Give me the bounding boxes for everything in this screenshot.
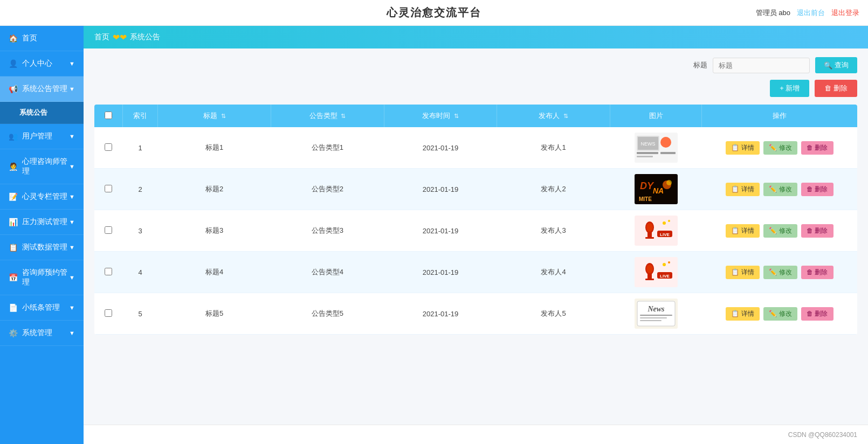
- row-checkbox[interactable]: [105, 185, 112, 192]
- sidebar-item-counselor-appt[interactable]: 📅 咨询师预约管理 ▼: [0, 260, 84, 295]
- header-index: 索引: [122, 105, 158, 127]
- table-row: 2 标题2 公告类型2 2021-01-19 发布人2 DY NA MITE 📋…: [94, 169, 857, 210]
- row-actions: 📋 详情 ✏️ 修改 🗑 删除: [702, 210, 857, 252]
- sidebar-item-label: 系统管理: [22, 328, 52, 338]
- thumbnail: LIVE: [635, 257, 678, 287]
- sort-icon-date[interactable]: ⇅: [454, 113, 459, 119]
- sort-icon-publisher[interactable]: ⇅: [563, 113, 568, 119]
- sidebar-item-label: 咨询师预约管理: [22, 268, 69, 287]
- chevron-down-icon: ▼: [69, 219, 75, 225]
- content-area: 首页 ❤❤ 系统公告 标题 🔍 查询 + 新增 🗑 删除: [84, 26, 868, 444]
- breadcrumb-separator: ❤❤: [113, 32, 127, 43]
- edit-button[interactable]: ✏️ 修改: [763, 141, 797, 155]
- row-checkbox[interactable]: [105, 309, 112, 317]
- svg-rect-36: [640, 317, 667, 318]
- delete-button[interactable]: 🗑 删除: [801, 307, 833, 321]
- svg-point-21: [663, 221, 666, 225]
- sort-icon-type[interactable]: ⇅: [341, 113, 346, 119]
- sidebar-sub-item-system-announcement[interactable]: 系统公告: [0, 102, 84, 124]
- svg-rect-26: [645, 279, 654, 280]
- sidebar-item-test-data[interactable]: 📋 测试数据管理 ▼: [0, 235, 84, 260]
- row-publisher: 发布人4: [497, 252, 610, 293]
- chevron-down-icon: ▼: [69, 133, 75, 140]
- add-button[interactable]: + 新增: [770, 80, 809, 97]
- row-actions: 📋 详情 ✏️ 修改 🗑 删除: [702, 169, 857, 210]
- search-button[interactable]: 🔍 查询: [815, 57, 857, 73]
- header-publisher: 发布人 ⇅: [497, 105, 610, 127]
- svg-point-27: [646, 265, 653, 273]
- svg-rect-37: [640, 320, 662, 321]
- footer-text: CSDN @QQ860234001: [788, 431, 857, 439]
- row-publisher: 发布人5: [497, 293, 610, 335]
- row-index: 3: [122, 210, 158, 252]
- sidebar-item-home[interactable]: 🏠 首页: [0, 26, 84, 51]
- header-actions: 操作: [702, 105, 857, 127]
- select-all-checkbox[interactable]: [105, 112, 112, 119]
- sidebar-item-counselor-mgmt[interactable]: 🧑‍⚕️ 心理咨询师管理 ▼: [0, 149, 84, 184]
- row-image: News: [610, 293, 701, 335]
- row-publisher: 发布人1: [497, 127, 610, 169]
- thumbnail: DY NA MITE: [635, 174, 678, 204]
- sidebar-item-personal[interactable]: 👤 个人中心 ▼: [0, 51, 84, 77]
- sidebar-item-spirit-mgmt[interactable]: 📝 心灵专栏管理 ▼: [0, 184, 84, 210]
- delete-button[interactable]: 🗑 删除: [801, 266, 833, 279]
- sidebar-item-user-mgmt[interactable]: 👥 用户管理 ▼: [0, 124, 84, 149]
- sidebar-item-system-mgmt[interactable]: ⚙️ 系统管理 ▼: [0, 321, 84, 346]
- row-checkbox-cell: [94, 293, 122, 335]
- svg-point-13: [666, 180, 672, 185]
- row-index: 2: [122, 169, 158, 210]
- sidebar-item-note-mgmt[interactable]: 📄 小纸条管理 ▼: [0, 295, 84, 321]
- sidebar-item-pressure-test[interactable]: 📊 压力测试管理 ▼: [0, 210, 84, 235]
- chevron-down-icon: ▼: [69, 86, 75, 92]
- link-profile[interactable]: 退出前台: [797, 8, 825, 18]
- header-title: 标题 ⇅: [158, 105, 271, 127]
- row-image: LIVE: [610, 210, 701, 252]
- edit-button[interactable]: ✏️ 修改: [763, 224, 797, 238]
- sidebar-item-announcement-mgmt[interactable]: 📢 系统公告管理 ▼: [0, 77, 84, 102]
- table-header-row: 索引 标题 ⇅ 公告类型 ⇅ 发布时间 ⇅: [94, 105, 857, 127]
- detail-button[interactable]: 📋 详情: [726, 141, 759, 155]
- edit-button[interactable]: ✏️ 修改: [763, 183, 797, 196]
- admin-name: 管理员 abo: [756, 8, 790, 18]
- header-image: 图片: [610, 105, 701, 127]
- edit-button[interactable]: ✏️ 修改: [763, 266, 797, 279]
- row-type: 公告类型2: [271, 169, 384, 210]
- header-right: 管理员 abo 退出前台 退出登录: [756, 8, 859, 18]
- svg-point-22: [668, 220, 670, 222]
- detail-button[interactable]: 📋 详情: [726, 307, 759, 321]
- row-checkbox[interactable]: [105, 268, 112, 275]
- svg-text:DY: DY: [640, 181, 655, 191]
- link-logout[interactable]: 退出登录: [831, 8, 859, 18]
- delete-button[interactable]: 🗑 删除: [801, 183, 833, 196]
- top-header: 心灵治愈交流平台 管理员 abo 退出前台 退出登录: [0, 0, 868, 26]
- svg-point-4: [660, 137, 671, 148]
- users-icon: 👥: [9, 132, 18, 141]
- chevron-down-icon: ▼: [69, 193, 75, 200]
- delete-button[interactable]: 🗑 删除: [801, 224, 833, 238]
- svg-point-30: [663, 263, 666, 266]
- row-date: 2021-01-19: [384, 127, 497, 169]
- search-input[interactable]: [713, 58, 810, 73]
- detail-button[interactable]: 📋 详情: [726, 266, 759, 279]
- edit-button[interactable]: ✏️ 修改: [763, 307, 797, 321]
- delete-button[interactable]: 🗑 删除: [801, 141, 833, 155]
- batch-delete-button[interactable]: 🗑 删除: [815, 80, 857, 97]
- svg-text:LIVE: LIVE: [660, 274, 670, 279]
- breadcrumb-current: 系统公告: [130, 32, 160, 42]
- content-body: 标题 🔍 查询 + 新增 🗑 删除: [84, 48, 868, 425]
- person-icon: 👤: [9, 59, 18, 68]
- row-title: 标题3: [158, 210, 271, 252]
- row-checkbox[interactable]: [105, 143, 112, 151]
- detail-button[interactable]: 📋 详情: [726, 183, 759, 196]
- row-title: 标题5: [158, 293, 271, 335]
- row-actions: 📋 详情 ✏️ 修改 🗑 删除: [702, 127, 857, 169]
- detail-button[interactable]: 📋 详情: [726, 224, 759, 238]
- row-image: NEWS: [610, 127, 701, 169]
- home-icon: 🏠: [9, 34, 18, 43]
- counselor-icon: 🧑‍⚕️: [9, 162, 18, 171]
- column-icon: 📝: [9, 192, 18, 201]
- row-title: 标题2: [158, 169, 271, 210]
- sidebar-item-label: 系统公告管理: [22, 84, 67, 94]
- row-checkbox[interactable]: [105, 226, 112, 234]
- sort-icon-title[interactable]: ⇅: [221, 113, 226, 119]
